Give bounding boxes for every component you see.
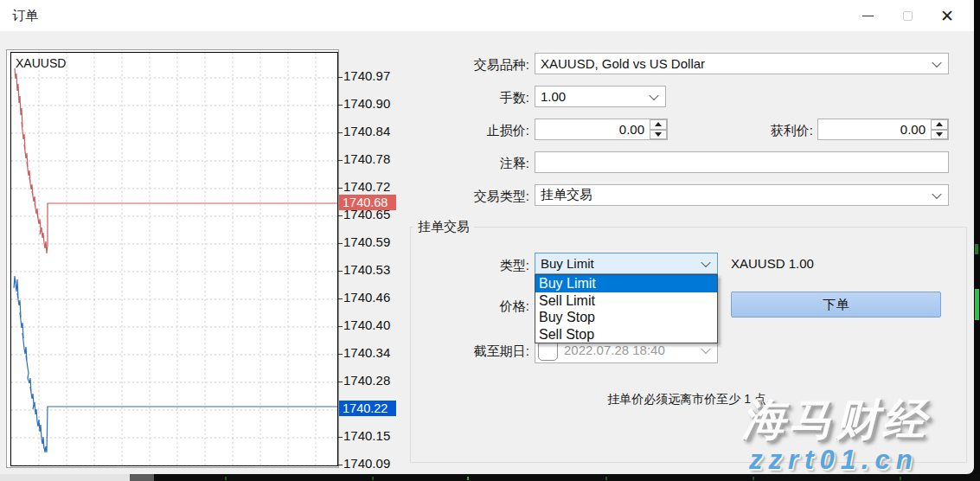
watermark-url: zzrt01.cn	[749, 445, 919, 476]
axis-tick-label: 1740.40	[343, 317, 397, 335]
axis-tick-label: 1740.46	[343, 290, 397, 307]
axis-tick-label: 1740.72	[343, 179, 397, 196]
axis-tick-label: 1740.09	[343, 456, 397, 473]
bid-line	[14, 276, 337, 452]
minimize-button[interactable]	[848, 0, 887, 31]
axis-tick-label: 1740.28	[343, 373, 397, 390]
take-profit-input[interactable]: 0.00	[817, 119, 949, 140]
title-bar: 订单 ✕	[0, 0, 974, 31]
stop-loss-stepper[interactable]	[650, 119, 667, 139]
background-candle	[975, 244, 978, 254]
expiry-label: 截至期日:	[432, 343, 529, 360]
price-label: 价格:	[432, 298, 529, 315]
stop-loss-label: 止损价:	[407, 123, 529, 139]
comment-input[interactable]	[535, 151, 949, 173]
axis-tick-label: 1740.53	[343, 262, 397, 279]
order-type-value: Buy Limit	[541, 256, 594, 271]
chevron-down-icon	[701, 257, 710, 266]
order-type-select[interactable]: Buy Limit	[535, 253, 718, 274]
bid-price-tag: 1740.22	[339, 401, 396, 416]
axis-tick-label: 1740.84	[343, 124, 397, 141]
dropdown-item-buy-stop[interactable]: Buy Stop	[535, 309, 717, 326]
stop-loss-input[interactable]: 0.00	[535, 119, 668, 140]
order-type-dropdown: Buy Limit Sell Limit Buy Stop Sell Stop	[535, 274, 718, 343]
take-profit-value: 0.00	[900, 122, 926, 137]
volume-value: 1.00	[541, 89, 566, 104]
close-button[interactable]: ✕	[927, 0, 967, 31]
trade-type-select[interactable]: 挂单交易	[535, 184, 949, 206]
expiry-value: 2022.07.28 18:40	[564, 343, 695, 357]
take-profit-label: 获利价:	[718, 123, 813, 139]
spin-up-icon[interactable]	[650, 119, 667, 130]
volume-select[interactable]: 1.00	[535, 86, 666, 107]
maximize-button[interactable]	[887, 0, 927, 31]
chart-canvas	[11, 53, 337, 465]
chevron-down-icon	[932, 189, 941, 198]
spin-down-icon[interactable]	[931, 130, 948, 140]
order-type-label: 类型:	[432, 258, 529, 274]
chart-symbol-label: XAUUSD	[16, 56, 66, 70]
window-title: 订单	[0, 8, 38, 24]
trade-type-label: 交易类型:	[407, 189, 529, 205]
stop-loss-value: 0.00	[619, 122, 644, 137]
dropdown-item-sell-limit[interactable]: Sell Limit	[535, 292, 717, 310]
symbol-select[interactable]: XAUUSD, Gold vs US Dollar	[535, 53, 949, 74]
comment-label: 注释:	[407, 156, 529, 172]
chevron-down-icon	[701, 344, 710, 354]
symbol-value: XAUUSD, Gold vs US Dollar	[541, 56, 705, 71]
dropdown-item-sell-stop[interactable]: Sell Stop	[535, 326, 717, 343]
volume-label: 手数:	[407, 90, 529, 106]
dialog-bottom-notch	[130, 474, 154, 481]
symbol-label: 交易品种:	[407, 57, 529, 74]
axis-tick-label: 1740.78	[343, 151, 397, 169]
take-profit-stepper[interactable]	[931, 119, 948, 139]
expiry-checkbox[interactable]	[538, 341, 558, 361]
axis-tick-label: 1740.90	[343, 96, 397, 113]
chevron-down-icon	[649, 90, 658, 99]
dialog-bottom-edge	[0, 474, 130, 481]
trade-type-value: 挂单交易	[541, 187, 592, 203]
place-order-button[interactable]: 下单	[731, 292, 941, 317]
background-chart-strip	[974, 31, 980, 481]
spin-up-icon[interactable]	[931, 119, 948, 130]
pending-order-group-title: 挂单交易	[413, 219, 474, 235]
dropdown-item-buy-limit[interactable]: Buy Limit	[535, 275, 717, 292]
ask-price-tag: 1740.68	[339, 195, 396, 210]
tick-chart: XAUUSD	[10, 52, 338, 466]
chevron-down-icon	[932, 57, 941, 67]
order-summary: XAUUSD 1.00	[731, 256, 814, 271]
close-icon: ✕	[940, 8, 954, 24]
watermark-brand: 海马财经	[742, 391, 929, 449]
background-candle	[975, 289, 979, 320]
axis-tick-label: 1740.34	[343, 345, 397, 362]
spin-down-icon[interactable]	[650, 130, 667, 140]
maximize-icon	[903, 11, 913, 21]
axis-tick-label: 1740.97	[343, 68, 397, 86]
axis-tick-label: 1740.59	[343, 234, 397, 252]
minimize-icon	[862, 16, 874, 16]
axis-tick-label: 1740.15	[343, 428, 397, 446]
